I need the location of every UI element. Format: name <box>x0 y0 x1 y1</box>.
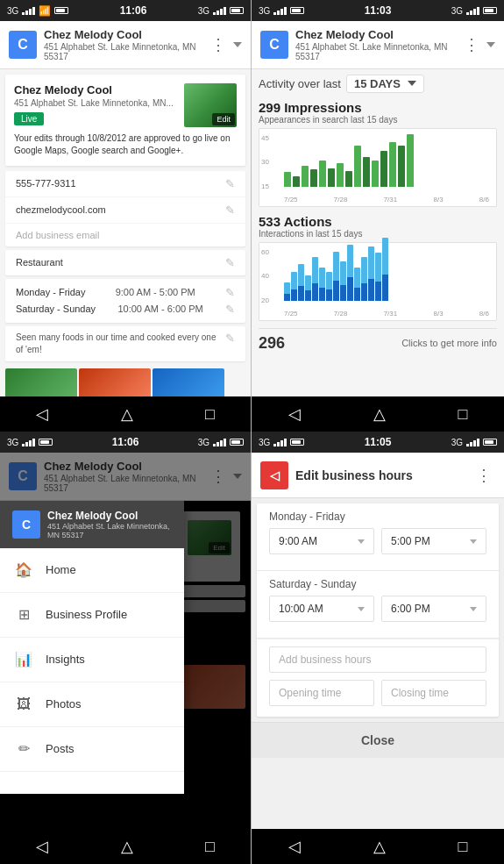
days-badge[interactable]: 15 DAYS <box>346 75 424 93</box>
impressions-subtitle: Appearances in search last 15 days <box>259 115 497 125</box>
more-menu-button-tl[interactable]: ⋮ <box>207 32 230 58</box>
opening-time-placeholder: Opening time <box>279 687 341 699</box>
signal-icon-tr-right <box>466 7 479 15</box>
close-button[interactable]: Close <box>252 722 504 758</box>
category-section: Restaurant ✎ <box>5 250 245 275</box>
signal-right-icon: 3G <box>198 6 209 16</box>
ss-close-value: 6:00 PM <box>391 603 430 615</box>
drawer-item-business-profile[interactable]: ⊞ Business Profile <box>0 593 184 638</box>
photo-thumb-1[interactable] <box>5 368 77 396</box>
category-text: Restaurant <box>16 257 63 268</box>
drawer-item-insights[interactable]: 📊 Insights <box>0 638 184 682</box>
business-info-tl: Chez Melody Cool 451 Alphabet St. Lake M… <box>44 28 207 61</box>
closing-time-field[interactable]: Closing time <box>381 680 486 706</box>
recent-button-tr[interactable]: □ <box>441 398 486 431</box>
impressions-bars <box>284 134 489 187</box>
recent-button-br[interactable]: □ <box>441 831 486 863</box>
drawer-header: C Chez Melody Cool 451 Alphabet St. Lake… <box>0 501 184 548</box>
add-hours-section: Add business hours <box>257 639 499 680</box>
activity-header: Activity over last 15 DAYS <box>259 75 497 93</box>
actions-section: 533 Actions Interactions in last 15 days… <box>259 214 497 321</box>
back-button-bl[interactable]: ◁ <box>18 830 66 863</box>
bottom-left-header-bg: C Chez Melody Cool 451 Alphabet St. Lake… <box>0 453 251 501</box>
contact-info-section: 555-777-9311 ✎ chezmelodycool.com ✎ Add … <box>5 171 245 246</box>
drawer-item-posts[interactable]: ✏ Posts <box>0 727 184 772</box>
actions-subtitle: Interactions in last 15 days <box>259 229 497 239</box>
hours-ss-edit-icon[interactable]: ✎ <box>225 303 235 316</box>
hours-ss-days: Saturday - Sunday <box>16 303 96 314</box>
top-right-time: 11:03 <box>365 4 392 17</box>
back-button-tr[interactable]: ◁ <box>271 397 318 431</box>
signal-br: 3G <box>259 438 270 447</box>
impressions-section: 299 Impressions Appearances in search la… <box>259 100 497 207</box>
phone-row[interactable]: 555-777-9311 ✎ <box>5 171 245 197</box>
hours-mf-row[interactable]: Monday - Friday 9:00 AM - 5:00 PM ✎ <box>16 284 235 301</box>
dropdown-arrow-tr <box>486 42 495 47</box>
home-button-bl[interactable]: △ <box>103 830 151 863</box>
mf-day-label: Monday - Friday <box>269 511 486 523</box>
actions-x-labels: 7/25 7/28 7/31 8/3 8/6 <box>284 310 489 318</box>
ss-open-field[interactable]: 10:00 AM <box>269 596 374 622</box>
photo-thumb-2[interactable] <box>79 368 151 396</box>
home-button-br[interactable]: △ <box>356 830 403 863</box>
days-value: 15 DAYS <box>354 77 401 90</box>
ss-time-row: 10:00 AM 6:00 PM <box>269 596 486 622</box>
category-row[interactable]: Restaurant ✎ <box>5 250 245 275</box>
mf-close-field[interactable]: 5:00 PM <box>381 528 486 554</box>
clicks-label: Clicks to get more info <box>401 338 497 348</box>
ss-close-field[interactable]: 6:00 PM <box>381 596 486 622</box>
bottom-left-time: 11:06 <box>112 436 139 448</box>
hours-ss-row[interactable]: Saturday - Sunday 10:00 AM - 6:00 PM ✎ <box>16 301 235 318</box>
impressions-y-labels: 45 30 15 <box>261 134 269 190</box>
edit-photo-button[interactable]: Edit <box>212 113 235 125</box>
hours-card: Monday - Friday 9:00 AM - 5:00 PM ✎ Satu… <box>5 279 245 323</box>
home-button-tl[interactable]: △ <box>103 397 151 431</box>
battery-icon-br-right <box>483 439 497 446</box>
top-left-status-bar: 3G 📶 11:06 3G <box>0 0 251 21</box>
bottom-right-status-bar: 3G 11:05 3G <box>252 432 504 453</box>
drawer-business-address: 451 Alphabet St. Lake Minnetonka, MN 553… <box>47 522 172 539</box>
wifi-icon: 📶 <box>39 5 51 17</box>
description-text: Seen many foods in our time and cooked e… <box>16 332 225 356</box>
edit-hours-form: Monday - Friday 9:00 AM 5:00 PM <box>257 503 499 717</box>
description-edit-icon[interactable]: ✎ <box>225 332 235 345</box>
home-button-tr[interactable]: △ <box>356 397 403 431</box>
back-button-br[interactable]: ◁ <box>271 830 318 863</box>
back-button-tl[interactable]: ◁ <box>18 397 66 431</box>
recent-button-tl[interactable]: □ <box>188 398 232 431</box>
mf-open-field[interactable]: 9:00 AM <box>269 528 374 554</box>
top-right-header: C Chez Melody Cool 451 Alphabet St. Lake… <box>252 21 504 69</box>
back-arrow-edit[interactable]: ◁ <box>260 461 288 489</box>
email-row[interactable]: Add business email <box>5 224 245 246</box>
recent-button-bl[interactable]: □ <box>188 831 232 863</box>
mf-open-value: 9:00 AM <box>279 535 317 547</box>
actions-title: 533 Actions <box>259 214 497 229</box>
opening-time-field[interactable]: Opening time <box>269 680 374 706</box>
top-left-nav-bar: ◁ △ □ <box>0 396 251 432</box>
bottom-left-status-bar: 3G 11:06 3G <box>0 432 251 453</box>
more-menu-button-tr[interactable]: ⋮ <box>460 32 483 58</box>
drawer-item-home[interactable]: 🏠 Home <box>0 548 184 593</box>
battery-icon-bl <box>39 439 53 446</box>
phone-edit-icon[interactable]: ✎ <box>225 177 235 190</box>
signal-left-tr: 3G <box>259 6 270 16</box>
actions-bars <box>284 248 489 301</box>
drawer-item-photos[interactable]: 🖼 Photos <box>0 682 184 727</box>
website-text: chezmelodycool.com <box>16 204 106 215</box>
photo-thumb-3[interactable] <box>153 368 224 396</box>
hours-mf-days: Monday - Friday <box>16 287 85 297</box>
impressions-title: 299 Impressions <box>259 100 497 115</box>
website-row[interactable]: chezmelodycool.com ✎ <box>5 197 245 224</box>
category-edit-icon[interactable]: ✎ <box>225 256 235 269</box>
signal-left: 3G <box>7 6 18 16</box>
website-edit-icon[interactable]: ✎ <box>225 204 235 217</box>
more-menu-button-br[interactable]: ⋮ <box>472 462 495 489</box>
actions-y-labels: 60 40 20 <box>261 248 269 304</box>
hours-mf-edit-icon[interactable]: ✎ <box>225 286 235 299</box>
add-hours-placeholder: Add business hours <box>279 653 371 666</box>
add-hours-field[interactable]: Add business hours <box>269 646 486 673</box>
navigation-drawer: C Chez Melody Cool 451 Alphabet St. Lake… <box>0 501 184 794</box>
more-menu-button-bl[interactable]: ⋮ <box>207 463 230 489</box>
posts-icon: ✏ <box>14 739 33 759</box>
ss-open-value: 10:00 AM <box>279 603 323 615</box>
